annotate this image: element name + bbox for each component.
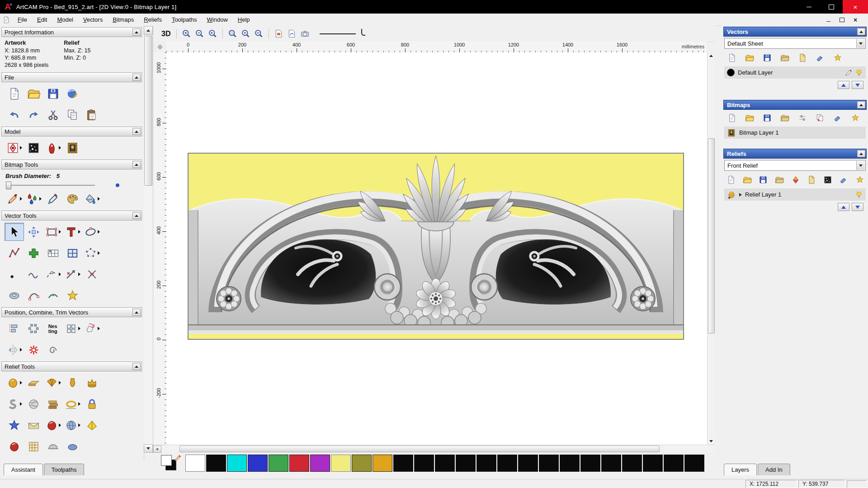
current-colour-widget[interactable] [159, 454, 183, 472]
colour-swatch-2[interactable] [227, 455, 247, 472]
shape-from-vectors-button[interactable] [5, 374, 24, 392]
maximize-button[interactable] [820, 0, 843, 14]
scroll-down-button[interactable] [144, 444, 153, 453]
dropdown-button[interactable] [856, 161, 865, 170]
new-page-button[interactable] [725, 174, 738, 186]
colour-swatch-8[interactable] [352, 455, 372, 472]
flyout-arrow-icon[interactable] [59, 423, 61, 427]
open-folder-button[interactable] [742, 52, 757, 64]
colour-swatch-24[interactable] [684, 455, 704, 472]
flyout-arrow-icon[interactable] [20, 197, 22, 201]
toggle-bitmap-button[interactable] [272, 28, 285, 40]
snapshot-button[interactable] [298, 28, 311, 40]
smudge-relief-button[interactable] [43, 416, 63, 434]
colour-picker-button[interactable] [43, 190, 63, 208]
align-vectors-button[interactable] [5, 319, 24, 338]
menu-reliefs[interactable]: Reliefs [139, 14, 167, 25]
zoom-fit-button[interactable] [226, 28, 239, 40]
vector-doctor-button[interactable] [63, 286, 82, 305]
import-file-button[interactable] [773, 174, 786, 186]
colour-swatch-11[interactable] [414, 455, 434, 472]
collapse-button[interactable] [132, 28, 141, 36]
colour-swatch-7[interactable] [331, 455, 351, 472]
turn-relief-button[interactable] [63, 374, 82, 392]
reliefs-header[interactable]: Reliefs [723, 149, 867, 159]
flyout-arrow-icon[interactable] [20, 402, 22, 406]
add-plane-button[interactable] [24, 374, 43, 392]
collapse-button[interactable] [857, 101, 865, 108]
move-layer-up-button[interactable] [838, 203, 849, 211]
view-3d-button[interactable]: 3D [159, 29, 173, 39]
scrollbar-thumb[interactable] [708, 138, 715, 333]
collapse-button[interactable] [132, 212, 141, 219]
colour-swatch-13[interactable] [456, 455, 476, 472]
collapse-button[interactable] [132, 74, 141, 81]
vector-layer-row[interactable]: Default Layer [724, 66, 866, 79]
scroll-up-button[interactable] [708, 52, 714, 59]
snap-line-button[interactable] [63, 265, 82, 283]
zoom-out-button[interactable] [193, 28, 206, 40]
pane-splitter-button[interactable] [153, 446, 161, 453]
create-donut-button[interactable] [5, 286, 24, 305]
sculpt-relief-button[interactable] [5, 395, 24, 413]
tab-add-in[interactable]: Add In [758, 464, 790, 475]
move-layer-up-button[interactable] [838, 81, 849, 89]
tab-layers[interactable]: Layers [724, 464, 757, 475]
layer-colour-swatch[interactable] [727, 69, 735, 76]
slider-handle[interactable] [6, 182, 11, 189]
smooth-curve-button[interactable] [43, 286, 63, 305]
zoom-object-button[interactable] [239, 28, 252, 40]
import-file-button[interactable] [778, 112, 792, 124]
2d-view-canvas[interactable] [166, 52, 707, 445]
select-button[interactable] [5, 223, 24, 241]
unwrap-relief-button[interactable] [82, 416, 102, 434]
colour-swatch-15[interactable] [497, 455, 517, 472]
close-button[interactable]: × [843, 0, 868, 14]
flyout-arrow-icon[interactable] [39, 197, 42, 201]
menu-window[interactable]: Window [202, 14, 233, 25]
visibility-bulb-icon[interactable] [855, 69, 863, 77]
colour-swatch-16[interactable] [518, 455, 538, 472]
lights-material-button[interactable] [63, 84, 82, 103]
flyout-arrow-icon[interactable] [59, 381, 61, 385]
menu-help[interactable]: Help [233, 14, 255, 25]
collapse-button[interactable] [132, 161, 141, 168]
spin-relief-button[interactable] [82, 374, 102, 392]
fan-relief-button[interactable] [43, 374, 63, 392]
colour-shape-button[interactable] [789, 174, 802, 186]
collapse-button[interactable] [132, 128, 141, 135]
colour-swatch-12[interactable] [435, 455, 455, 472]
circular-copy-button[interactable] [24, 319, 43, 338]
flyout-arrow-icon[interactable] [78, 423, 80, 427]
texture-relief-button[interactable] [63, 416, 82, 434]
menu-bitmaps[interactable]: Bitmaps [108, 14, 139, 25]
create-polygon-button[interactable] [82, 244, 102, 262]
paste-on-grid-button[interactable] [63, 244, 82, 262]
scroll-down-button[interactable] [708, 438, 714, 445]
menu-edit[interactable]: Edit [32, 14, 52, 25]
visibility-bulb-icon[interactable] [855, 191, 863, 199]
flyout-arrow-icon[interactable] [98, 251, 100, 255]
colour-swatch-9[interactable] [373, 455, 392, 472]
tab-assistant[interactable]: Assistant [4, 464, 43, 475]
flood-fill-button[interactable] [24, 190, 43, 208]
colour-swatch-18[interactable] [560, 455, 580, 472]
colour-swatch-6[interactable] [310, 455, 330, 472]
create-polyline-button[interactable] [5, 244, 24, 262]
envelope-distort-button[interactable] [24, 416, 43, 434]
palette-button[interactable] [63, 190, 82, 208]
pod-relief-button[interactable] [63, 437, 82, 455]
freehand-draw-button[interactable] [24, 265, 43, 283]
flyout-arrow-icon[interactable] [20, 381, 22, 385]
colour-swatch-5[interactable] [289, 455, 309, 472]
copy-vectors-button[interactable] [63, 106, 82, 124]
load-relief-button[interactable] [63, 139, 82, 157]
relief-artwork[interactable] [188, 153, 684, 339]
greyscale-from-model-button[interactable] [24, 139, 43, 157]
slider-track[interactable] [6, 185, 95, 186]
flyout-arrow-icon[interactable] [78, 272, 80, 276]
export-file-button[interactable] [805, 174, 818, 186]
section-header-vector-tools[interactable]: Vector Tools [1, 211, 142, 221]
relief-select[interactable]: Front Relief [724, 160, 866, 171]
scroll-up-button[interactable] [144, 26, 153, 35]
